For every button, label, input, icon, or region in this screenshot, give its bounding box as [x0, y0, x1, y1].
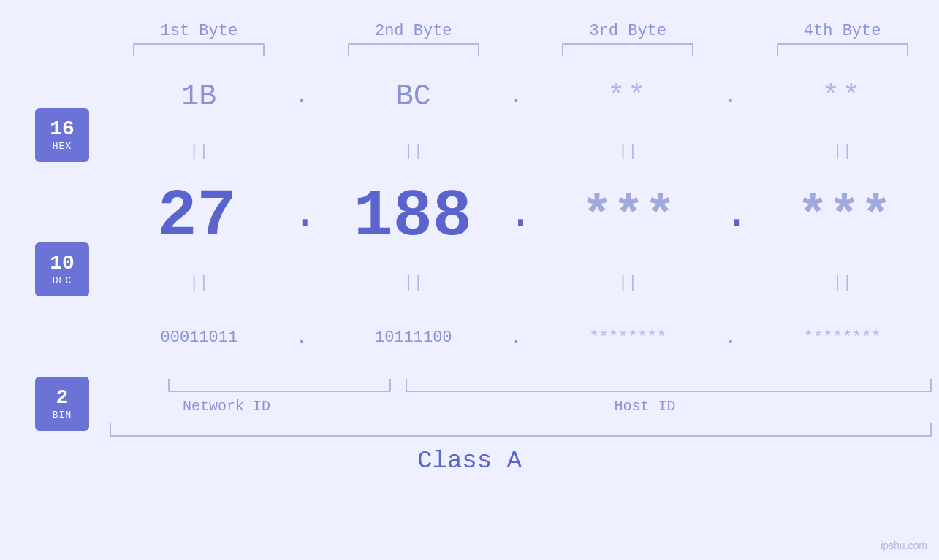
bin-section: 00011011 . 10111100 . ******** . *******…	[0, 304, 939, 370]
dec-dot-2: .	[507, 192, 533, 242]
eq-hex-b4: ||	[745, 142, 939, 161]
bracket-b4	[777, 43, 908, 56]
class-label: Class A	[0, 447, 939, 475]
eq-hex-b1: ||	[102, 142, 296, 161]
bottom-brackets	[102, 375, 939, 392]
byte3-header: 3rd Byte	[531, 22, 725, 40]
watermark: ipshu.com	[881, 540, 927, 551]
eq-hex-b2: ||	[316, 142, 510, 161]
host-id-bracket	[406, 379, 932, 392]
equals-row-hex: || || || ||	[102, 137, 939, 166]
host-id-label: Host ID	[351, 398, 939, 415]
dec-b1: 27	[158, 180, 237, 254]
hex-section: 1B . BC . ** . **	[0, 64, 939, 129]
dec-b4: ***	[797, 187, 892, 247]
bottom-section: Network ID Host ID	[0, 375, 939, 415]
eq-dec-b2: ||	[316, 274, 510, 292]
eq-dec-b3: ||	[531, 274, 725, 292]
bin-number: 2	[56, 387, 69, 410]
hex-b1: 1B	[181, 80, 216, 113]
network-id-bracket	[168, 379, 391, 392]
dec-number: 10	[50, 253, 75, 275]
byte4-header: 4th Byte	[745, 22, 939, 40]
bin-dot-2: .	[510, 326, 531, 349]
bin-b3: ********	[589, 329, 666, 347]
hex-dot-1: .	[296, 85, 317, 108]
bin-b4: ********	[804, 329, 881, 347]
eq-dec-b1: ||	[102, 274, 296, 292]
bin-value-row: 00011011 . 10111100 . ******** . *******…	[102, 304, 939, 370]
dec-b2: 188	[354, 180, 472, 254]
id-labels: Network ID Host ID	[102, 398, 939, 415]
eq-dec-b4: ||	[745, 274, 939, 292]
bin-label: BIN	[53, 410, 72, 421]
bin-dot-3: .	[725, 326, 746, 349]
top-brackets	[0, 43, 939, 56]
eq-hex-b3: ||	[531, 142, 725, 161]
bracket-b1	[133, 43, 265, 56]
equals-row-dec: || || || ||	[102, 268, 939, 297]
dec-label: DEC	[53, 275, 72, 286]
bin-dot-1: .	[296, 326, 317, 349]
hex-badge: 16 HEX	[35, 108, 89, 162]
bracket-b2	[348, 43, 479, 56]
hex-number: 16	[50, 118, 75, 141]
dec-b3: ***	[581, 187, 676, 247]
bin-badge: 2 BIN	[35, 377, 89, 431]
hex-dot-3: .	[725, 85, 746, 108]
byte2-header: 2nd Byte	[316, 22, 510, 40]
dec-dot-1: .	[292, 192, 318, 242]
dec-badge: 10 DEC	[35, 242, 89, 296]
dec-dot-3: .	[723, 192, 750, 242]
dec-value-row: 27 . 188 . *** . ***	[102, 173, 939, 261]
class-bracket	[110, 423, 932, 437]
bracket-b3	[562, 43, 693, 56]
dec-section: 27 . 188 . *** . ***	[0, 173, 939, 261]
hex-label: HEX	[53, 141, 72, 152]
hex-b4: **	[822, 80, 863, 113]
network-id-label: Network ID	[102, 398, 351, 415]
eq-row-1: || || || ||	[0, 137, 939, 166]
base-badges: 16 HEX 10 DEC 2 BIN	[35, 108, 89, 431]
hex-b2: BC	[396, 80, 431, 113]
page-container: 16 HEX 10 DEC 2 BIN 1st Byte 2nd Byte 3r…	[0, 0, 939, 560]
hex-value-row: 1B . BC . ** . **	[102, 64, 939, 129]
bin-b2: 10111100	[375, 329, 452, 347]
byte1-header: 1st Byte	[102, 22, 296, 40]
byte-headers: 1st Byte 2nd Byte 3rd Byte 4th Byte	[0, 22, 939, 40]
hex-dot-2: .	[510, 85, 531, 108]
bin-b1: 00011011	[160, 329, 237, 347]
hex-b3: **	[607, 80, 648, 113]
eq-row-2: || || || ||	[0, 268, 939, 297]
